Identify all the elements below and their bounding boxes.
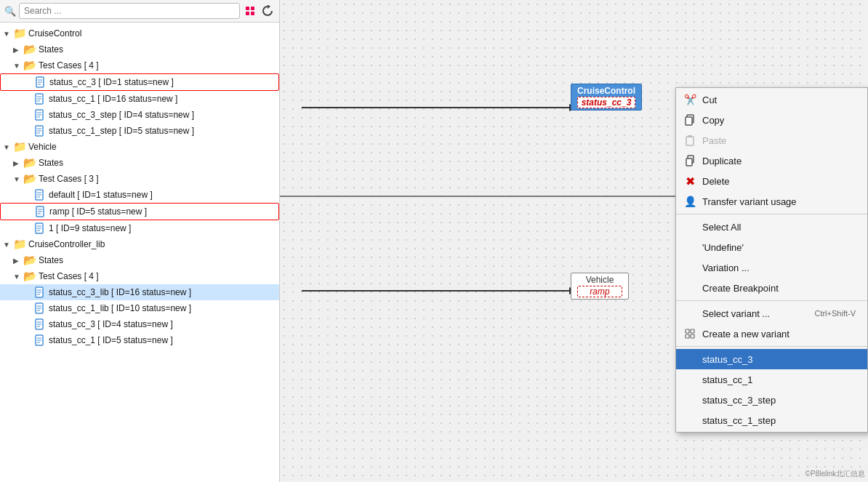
arrow-icon: ▶ bbox=[13, 46, 23, 54]
tree-item-status-cc3[interactable]: status_cc_3 [ ID=1 status=new ] bbox=[0, 73, 279, 91]
doc-icon bbox=[33, 334, 47, 347]
left-panel: 🔍 ▼ 📁 CruiseControl ▶ 📂 States ▼ 📂 Test … bbox=[0, 0, 280, 482]
tree-label: Test Cases [ 3 ] bbox=[39, 174, 99, 184]
doc-icon bbox=[34, 76, 47, 89]
create-variant-icon bbox=[683, 327, 696, 340]
diagram-node-vehicle[interactable]: Vehicle ramp bbox=[571, 273, 629, 300]
tree-label: Test Cases [ 4 ] bbox=[39, 60, 99, 71]
svg-rect-61 bbox=[686, 334, 689, 338]
ctx-subitem-status-cc1[interactable]: status_cc_1 bbox=[676, 369, 867, 390]
ctx-delete[interactable]: ✖ Delete bbox=[676, 171, 867, 191]
breakpoint-icon bbox=[683, 281, 696, 294]
ctx-subitem-status-cc3-step[interactable]: status_cc_3_step bbox=[676, 390, 867, 410]
tree-item-status-cc1-step[interactable]: status_cc_1_step [ ID=5 status=new ] bbox=[0, 123, 279, 139]
doc-icon bbox=[33, 92, 47, 105]
subitem-icon bbox=[683, 414, 696, 427]
ctx-subitem-label: status_cc_3 bbox=[702, 354, 752, 365]
tree-item-status-cc1-ccl[interactable]: status_cc_1 [ ID=5 status=new ] bbox=[0, 332, 279, 348]
doc-icon bbox=[33, 108, 47, 121]
ctx-create-variant[interactable]: Create a new variant bbox=[676, 324, 867, 344]
clear-icon[interactable] bbox=[243, 4, 257, 18]
tree-item-status-cc3-ccl[interactable]: status_cc_3 [ ID=4 status=new ] bbox=[0, 316, 279, 332]
doc-icon bbox=[34, 205, 47, 218]
ctx-subitem-status-cc3[interactable]: status_cc_3 bbox=[676, 349, 867, 369]
ctx-copy[interactable]: Copy bbox=[676, 110, 867, 130]
tree-label: status_cc_3_step [ ID=4 status=new ] bbox=[49, 110, 194, 120]
arrow-icon: ▶ bbox=[13, 159, 23, 167]
arrow-icon: ▼ bbox=[3, 30, 13, 38]
ctx-breakpoint-label: Create Breakpoint bbox=[702, 283, 779, 294]
tree-label: status_cc_1 [ ID=16 status=new ] bbox=[49, 94, 177, 104]
doc-icon bbox=[33, 222, 47, 235]
tree-item-status-cc1[interactable]: status_cc_1 [ ID=16 status=new ] bbox=[0, 91, 279, 107]
tree-label: status_cc_1_lib [ ID=10 status=new ] bbox=[49, 303, 191, 313]
main-canvas: CruiseControl status_cc_3 Vehicle ramp ✂… bbox=[280, 0, 868, 482]
tree-root-cruisecontrollerlib[interactable]: ▼ 📁 CruiseController_lib bbox=[0, 236, 279, 252]
tree-label: 1 [ ID=9 status=new ] bbox=[49, 223, 131, 233]
svg-rect-56 bbox=[688, 135, 692, 137]
tree-item-testcases-cc[interactable]: ▼ 📂 Test Cases [ 4 ] bbox=[0, 57, 279, 73]
tree-item-status-cc3-step[interactable]: status_cc_3_step [ ID=4 status=new ] bbox=[0, 107, 279, 123]
ctx-undefine[interactable]: 'Undefine' bbox=[676, 237, 867, 257]
tree-item-testcases-v[interactable]: ▼ 📂 Test Cases [ 3 ] bbox=[0, 171, 279, 187]
tree-item-status-cc3-lib[interactable]: status_cc_3_lib [ ID=16 status=new ] bbox=[0, 284, 279, 300]
tree-area: ▼ 📁 CruiseControl ▶ 📂 States ▼ 📂 Test Ca… bbox=[0, 23, 279, 482]
ctx-copy-label: Copy bbox=[702, 115, 724, 126]
ctx-cut[interactable]: ✂️ Cut bbox=[676, 89, 867, 110]
ctx-select-all[interactable]: Select All bbox=[676, 217, 867, 237]
tree-item-testcases-ccl[interactable]: ▼ 📂 Test Cases [ 4 ] bbox=[0, 268, 279, 284]
ctx-cut-label: Cut bbox=[702, 95, 717, 105]
undefine-icon bbox=[683, 241, 696, 254]
tree-item-ramp[interactable]: ramp [ ID=5 status=new ] bbox=[0, 203, 279, 220]
ctx-subitem-label: status_cc_1_step bbox=[702, 415, 776, 426]
diagram-node-cruisecontrol[interactable]: CruiseControl status_cc_3 bbox=[571, 84, 642, 111]
search-input[interactable] bbox=[19, 3, 240, 19]
paste-icon bbox=[683, 134, 696, 147]
select-variant-icon bbox=[683, 307, 696, 320]
tree-root-vehicle[interactable]: ▼ 📁 Vehicle bbox=[0, 139, 279, 155]
tree-item-states-ccl[interactable]: ▶ 📂 States bbox=[0, 252, 279, 268]
ctx-select-variant-label: Select variant ... bbox=[702, 308, 770, 319]
tree-item-status-cc1-lib[interactable]: status_cc_1_lib [ ID=10 status=new ] bbox=[0, 300, 279, 316]
ctx-subitem-status-cc1-step[interactable]: status_cc_1_step bbox=[676, 410, 867, 430]
folder-icon: 📁 bbox=[13, 27, 26, 40]
ctx-paste-label: Paste bbox=[702, 135, 726, 146]
ctx-select-variant[interactable]: Select variant ... Ctrl+Shift-V bbox=[676, 303, 867, 324]
tree-label: status_cc_3 [ ID=1 status=new ] bbox=[49, 77, 174, 87]
node-subtitle: status_cc_3 bbox=[577, 97, 635, 108]
arrow-icon: ▼ bbox=[3, 241, 13, 249]
svg-rect-55 bbox=[686, 137, 694, 145]
ctx-paste: Paste bbox=[676, 130, 867, 150]
separator-1 bbox=[676, 214, 867, 214]
search-bar: 🔍 bbox=[0, 0, 279, 23]
tree-item-states-v[interactable]: ▶ 📂 States bbox=[0, 155, 279, 171]
ctx-duplicate[interactable]: Duplicate bbox=[676, 150, 867, 171]
ctx-subitem-label: status_cc_1 bbox=[702, 374, 752, 385]
select-all-icon bbox=[683, 220, 696, 233]
separator-3 bbox=[676, 346, 867, 347]
doc-icon bbox=[33, 286, 47, 299]
tree-label: ramp [ ID=5 status=new ] bbox=[49, 206, 147, 217]
tree-item-default[interactable]: default [ ID=1 status=new ] bbox=[0, 187, 279, 203]
ctx-undefine-label: 'Undefine' bbox=[702, 242, 744, 253]
delete-icon: ✖ bbox=[683, 174, 696, 188]
ctx-breakpoint[interactable]: Create Breakpoint bbox=[676, 278, 867, 298]
variation-icon bbox=[683, 261, 696, 274]
tree-label: CruiseControl bbox=[28, 28, 81, 39]
tree-label: default [ ID=1 status=new ] bbox=[49, 190, 153, 200]
arrow-icon: ▼ bbox=[13, 175, 23, 183]
tree-label: Vehicle bbox=[28, 142, 57, 152]
tree-label: Test Cases [ 4 ] bbox=[39, 271, 99, 281]
folder-icon: 📂 bbox=[23, 270, 36, 283]
tree-root-cruisecontrol[interactable]: ▼ 📁 CruiseControl bbox=[0, 25, 279, 41]
ctx-transfer[interactable]: 👤 Transfer variant usage bbox=[676, 191, 867, 212]
doc-icon bbox=[33, 318, 47, 331]
refresh-icon[interactable] bbox=[260, 4, 275, 18]
tree-label: States bbox=[39, 44, 63, 55]
tree-label: States bbox=[39, 158, 63, 168]
svg-rect-1 bbox=[251, 7, 254, 10]
ctx-variation[interactable]: Variation ... bbox=[676, 257, 867, 278]
tree-item-1[interactable]: 1 [ ID=9 status=new ] bbox=[0, 220, 279, 236]
svg-rect-3 bbox=[251, 12, 254, 15]
tree-item-states-cc[interactable]: ▶ 📂 States bbox=[0, 41, 279, 57]
